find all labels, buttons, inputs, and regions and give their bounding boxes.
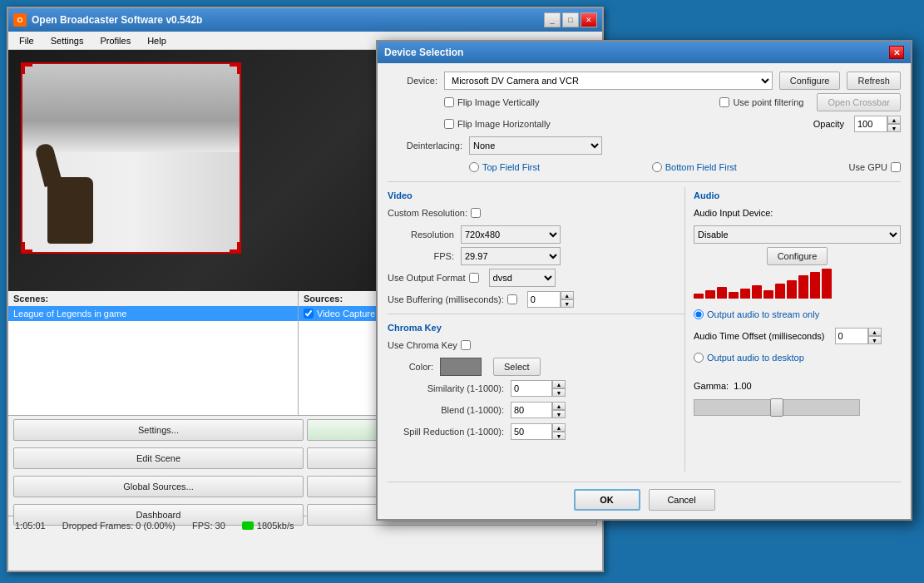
output-format-row: Use Output Format dvsd [388, 269, 684, 287]
edit-scene-button[interactable]: Edit Scene [13, 447, 304, 469]
scenes-panel: Scenes: League of Legends in game [8, 291, 299, 415]
use-chroma-key-checkbox[interactable] [461, 340, 471, 350]
menu-profiles[interactable]: Profiles [92, 33, 138, 48]
dialog-title: Device Selection [384, 47, 463, 58]
configure-audio-button[interactable]: Configure [767, 247, 828, 265]
use-point-filtering-label[interactable]: Use point filtering [719, 97, 803, 107]
close-button[interactable]: ✕ [581, 12, 597, 27]
buffering-down[interactable]: ▼ [561, 299, 574, 308]
audio-offset-down[interactable]: ▼ [868, 336, 882, 344]
use-gpu-label[interactable]: Use GPU [849, 162, 901, 172]
color-swatch[interactable] [440, 358, 482, 376]
buffering-up[interactable]: ▲ [561, 291, 574, 299]
scene-item-league[interactable]: League of Legends in game [8, 306, 298, 321]
similarity-row: Similarity (1-1000): ▲ ▼ [388, 379, 684, 398]
audio-time-offset-spinner[interactable]: ▲ ▼ [835, 328, 882, 344]
output-format-dropdown[interactable]: dvsd [489, 269, 556, 287]
custom-resolution-label[interactable]: Custom Resolution: [388, 208, 481, 218]
flip-horizontal-checkbox[interactable] [444, 119, 454, 129]
menu-settings[interactable]: Settings [43, 33, 91, 48]
fps-dropdown[interactable]: 29.97 30 60 [461, 247, 561, 265]
similarity-up[interactable]: ▲ [552, 380, 566, 388]
audio-bar-4 [729, 292, 739, 299]
output-desktop-radio[interactable] [694, 353, 704, 363]
use-output-format-label[interactable]: Use Output Format [388, 273, 479, 283]
use-buffering-checkbox[interactable] [507, 294, 517, 304]
similarity-spinner[interactable]: ▲ ▼ [511, 380, 566, 397]
dialog-content: Device: Microsoft DV Camera and VCR Conf… [378, 63, 911, 519]
streaming-indicator [242, 521, 254, 530]
flip-vertical-checkbox[interactable] [444, 97, 454, 107]
audio-time-offset-row: Audio Time Offset (milliseconds) ▲ ▼ [694, 327, 901, 345]
blend-down[interactable]: ▼ [552, 410, 566, 418]
main-title-bar: O Open Broadcaster Software v0.542b _ □ … [8, 8, 602, 32]
audio-input-dropdown[interactable]: Disable [694, 225, 901, 244]
opacity-down[interactable]: ▼ [887, 124, 901, 132]
dialog-bottom-buttons: OK Cancel [388, 482, 901, 511]
audio-time-offset-input[interactable] [835, 328, 868, 344]
cancel-button[interactable]: Cancel [649, 489, 715, 511]
output-desktop-label[interactable]: Output audio to desktop [694, 353, 804, 363]
scenes-label: Scenes: [8, 291, 298, 306]
use-output-format-checkbox[interactable] [469, 273, 479, 283]
resolution-dropdown[interactable]: 720x480 1920x1080 1280x720 [461, 225, 561, 244]
buffering-spinner[interactable]: ▲ ▼ [527, 291, 574, 308]
configure-audio-row: Configure [694, 247, 901, 265]
buffering-input[interactable] [527, 291, 561, 308]
opacity-up[interactable]: ▲ [887, 116, 901, 124]
use-buffering-label[interactable]: Use Buffering (milliseconds): [388, 294, 517, 304]
configure-device-button[interactable]: Configure [779, 72, 841, 90]
blend-up[interactable]: ▲ [552, 402, 566, 410]
two-column-layout: Video Custom Resolution: Resolution 720x… [388, 187, 901, 472]
top-field-first-label[interactable]: Top Field First [469, 162, 540, 172]
flip-horizontal-label[interactable]: Flip Image Horizontally [444, 119, 551, 129]
spill-reduction-spinner[interactable]: ▲ ▼ [511, 423, 566, 440]
use-gpu-checkbox[interactable] [891, 162, 901, 172]
blend-spinner[interactable]: ▲ ▼ [511, 402, 566, 418]
flip-vertical-label[interactable]: Flip Image Vertically [444, 97, 539, 107]
scenes-list[interactable]: League of Legends in game [8, 306, 298, 415]
left-column: Video Custom Resolution: Resolution 720x… [388, 187, 684, 472]
maximize-button[interactable]: □ [562, 12, 579, 27]
bottom-field-radio[interactable] [652, 162, 662, 172]
color-label: Color: [388, 362, 433, 372]
output-stream-only-radio[interactable] [694, 309, 704, 319]
use-chroma-key-label[interactable]: Use Chroma Key [388, 340, 471, 350]
menu-file[interactable]: File [12, 33, 42, 48]
custom-resolution-checkbox[interactable] [471, 208, 481, 218]
use-point-filtering-checkbox[interactable] [719, 97, 729, 107]
source-checkbox[interactable] [304, 309, 314, 319]
top-field-radio[interactable] [469, 162, 479, 172]
settings-button[interactable]: Settings... [13, 419, 304, 441]
select-color-button[interactable]: Select [493, 358, 541, 376]
spill-reduction-label: Spill Reduction (1-1000): [388, 427, 504, 437]
bottom-field-first-label[interactable]: Bottom Field First [652, 162, 737, 172]
audio-offset-up[interactable]: ▲ [868, 328, 882, 336]
audio-bar-8 [775, 284, 785, 299]
refresh-button[interactable]: Refresh [847, 72, 901, 90]
spill-reduction-row: Spill Reduction (1-1000): ▲ ▼ [388, 422, 684, 441]
similarity-input[interactable] [511, 380, 552, 397]
minimize-button[interactable]: _ [544, 12, 561, 27]
field-gpu-row: Top Field First Bottom Field First Use G… [388, 158, 901, 176]
spill-reduction-input[interactable] [511, 423, 552, 440]
output-stream-only-label[interactable]: Output audio to stream only [694, 309, 819, 319]
gamma-slider[interactable] [694, 399, 860, 416]
audio-bar-10 [798, 275, 808, 299]
ok-button[interactable]: OK [574, 489, 640, 511]
similarity-down[interactable]: ▼ [552, 388, 566, 397]
audio-input-dropdown-row: Disable [694, 225, 901, 244]
opacity-spinner[interactable]: 100 ▲ ▼ [854, 116, 901, 132]
spill-reduction-down[interactable]: ▼ [552, 432, 566, 440]
opacity-input[interactable]: 100 [854, 116, 887, 132]
menu-help[interactable]: Help [140, 33, 174, 48]
deinterlacing-dropdown[interactable]: None Top Field First Bottom Field First [469, 136, 602, 155]
spill-reduction-up[interactable]: ▲ [552, 423, 566, 432]
device-dropdown[interactable]: Microsoft DV Camera and VCR [444, 72, 773, 90]
blend-input[interactable] [511, 402, 552, 418]
gamma-slider-row [694, 398, 901, 417]
global-sources-button[interactable]: Global Sources... [13, 476, 304, 497]
audio-bar-6 [752, 285, 762, 299]
open-crossbar-button[interactable]: Open Crossbar [817, 93, 901, 111]
dialog-close-button[interactable]: ✕ [889, 46, 904, 59]
